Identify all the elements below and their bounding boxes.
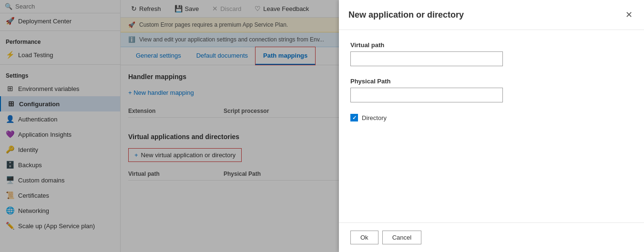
panel-close-button[interactable]: ✕	[624, 8, 634, 22]
new-app-directory-panel: New application or directory ✕ Virtual p…	[339, 0, 644, 252]
physical-path-field: Physical Path	[350, 78, 633, 102]
directory-checkbox-row: Directory	[350, 114, 633, 121]
panel-header: New application or directory ✕	[339, 0, 644, 30]
panel-body: Virtual path Physical Path Directory	[339, 30, 644, 222]
virtual-path-input[interactable]	[350, 51, 503, 66]
cancel-button[interactable]: Cancel	[382, 231, 421, 244]
ok-button[interactable]: Ok	[350, 231, 378, 244]
panel-title: New application or directory	[348, 10, 464, 20]
directory-label: Directory	[362, 114, 387, 121]
physical-path-label: Physical Path	[350, 78, 633, 85]
panel-footer: Ok Cancel	[339, 222, 644, 252]
directory-checkbox[interactable]	[350, 114, 358, 121]
virtual-path-label: Virtual path	[350, 41, 633, 49]
virtual-path-field: Virtual path	[350, 41, 633, 66]
physical-path-input[interactable]	[350, 88, 503, 102]
